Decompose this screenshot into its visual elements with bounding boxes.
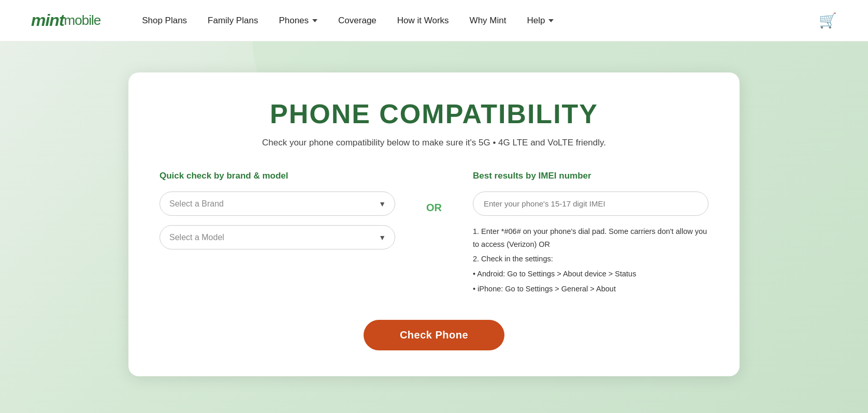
imei-column: Best results by IMEI number 1. Enter *#0… [473, 171, 708, 297]
brand-dropdown-wrapper: Select a Brand ▼ [160, 191, 395, 216]
logo-mint: mint [31, 11, 64, 30]
divider-text: OR [426, 202, 442, 214]
cart-icon[interactable]: 🛒 [819, 12, 837, 29]
nav-help-label: Help [527, 16, 545, 26]
help-chevron-icon [548, 19, 554, 22]
imei-instruction-2: 2. Check in the settings: [473, 253, 708, 266]
nav-how-it-works[interactable]: How it Works [397, 16, 449, 26]
compatibility-card: PHONE COMPATIBILITY Check your phone com… [128, 72, 740, 376]
logo[interactable]: mintmobile [31, 11, 100, 30]
model-dropdown-wrapper: Select a Model ▼ [160, 225, 395, 249]
imei-section-label: Best results by IMEI number [473, 171, 708, 181]
imei-input[interactable] [473, 191, 708, 216]
nav-phones-label: Phones [279, 16, 309, 26]
imei-instruction-1: 1. Enter *#06# on your phone's dial pad.… [473, 225, 708, 250]
or-divider: OR [416, 171, 452, 214]
nav-why-mint-label: Why Mint [470, 16, 507, 26]
imei-instruction-android: • Android: Go to Settings > About device… [473, 268, 708, 281]
page-background: PHONE COMPATIBILITY Check your phone com… [0, 41, 868, 413]
page-subtitle: Check your phone compatibility below to … [160, 138, 708, 148]
nav-shop-plans[interactable]: Shop Plans [142, 16, 187, 26]
nav-how-it-works-label: How it Works [397, 16, 449, 26]
imei-instructions: 1. Enter *#06# on your phone's dial pad.… [473, 225, 708, 295]
main-nav: Shop Plans Family Plans Phones Coverage … [142, 16, 819, 26]
brand-model-label: Quick check by brand & model [160, 171, 395, 181]
imei-instruction-iphone: • iPhone: Go to Settings > General > Abo… [473, 283, 708, 296]
model-select[interactable]: Select a Model [160, 225, 395, 249]
nav-coverage-label: Coverage [338, 16, 377, 26]
nav-shop-plans-label: Shop Plans [142, 16, 187, 26]
header: mintmobile Shop Plans Family Plans Phone… [0, 0, 868, 41]
brand-model-column: Quick check by brand & model Select a Br… [160, 171, 395, 259]
phones-chevron-icon [312, 19, 317, 22]
logo-mobile: mobile [64, 12, 101, 28]
nav-phones[interactable]: Phones [279, 16, 317, 26]
nav-coverage[interactable]: Coverage [338, 16, 377, 26]
nav-family-plans-label: Family Plans [208, 16, 258, 26]
nav-why-mint[interactable]: Why Mint [470, 16, 507, 26]
check-columns: Quick check by brand & model Select a Br… [160, 171, 708, 297]
brand-select[interactable]: Select a Brand [160, 191, 395, 216]
nav-help[interactable]: Help [527, 16, 554, 26]
page-title: PHONE COMPATIBILITY [160, 98, 708, 129]
check-button-row: Check Phone [160, 320, 708, 350]
check-phone-button[interactable]: Check Phone [364, 320, 504, 350]
nav-family-plans[interactable]: Family Plans [208, 16, 258, 26]
